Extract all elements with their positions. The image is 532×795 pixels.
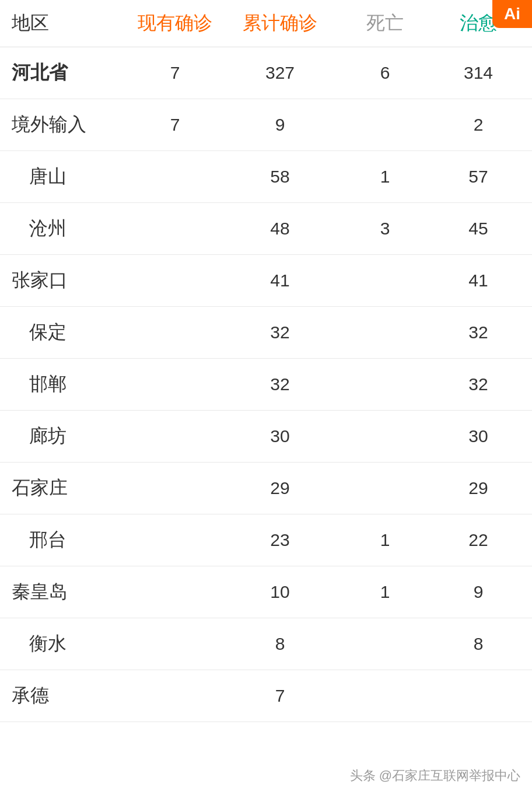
table-row: 廊坊 30 30 bbox=[0, 411, 532, 463]
cell-region: 唐山 bbox=[12, 164, 128, 190]
cell-total-confirmed: 58 bbox=[222, 167, 338, 187]
cell-recovered: 41 bbox=[432, 271, 525, 290]
cell-region: 邢台 bbox=[12, 527, 128, 553]
table-row: 衡水 8 8 bbox=[0, 618, 532, 670]
table-header: 地区 现有确诊 累计确诊 死亡 治愈 bbox=[0, 0, 532, 47]
watermark: 头条 @石家庄互联网举报中心 bbox=[350, 767, 520, 785]
cell-death: 3 bbox=[338, 219, 432, 239]
table-row: 石家庄 29 29 bbox=[0, 463, 532, 514]
ai-badge: Ai bbox=[492, 0, 532, 28]
cell-region: 张家口 bbox=[12, 268, 128, 293]
table-row: 承德 7 bbox=[0, 670, 532, 722]
cell-recovered: 314 bbox=[432, 63, 525, 83]
table-body: 河北省 7 327 6 314 境外输入 7 9 2 唐山 58 1 57 沧州… bbox=[0, 47, 532, 722]
cell-total-confirmed: 10 bbox=[222, 582, 338, 602]
cell-region: 衡水 bbox=[12, 631, 128, 657]
cell-current-confirmed: 7 bbox=[128, 115, 222, 135]
table-row: 张家口 41 41 bbox=[0, 255, 532, 307]
header-region: 地区 bbox=[12, 10, 128, 36]
table-row: 河北省 7 327 6 314 bbox=[0, 47, 532, 99]
cell-total-confirmed: 32 bbox=[222, 374, 338, 394]
cell-recovered: 45 bbox=[432, 219, 525, 239]
cell-total-confirmed: 7 bbox=[222, 686, 338, 706]
cell-region: 秦皇岛 bbox=[12, 579, 128, 605]
cell-region: 廊坊 bbox=[12, 423, 128, 449]
cell-recovered: 30 bbox=[432, 426, 525, 446]
table-row: 秦皇岛 10 1 9 bbox=[0, 566, 532, 618]
cell-recovered: 9 bbox=[432, 582, 525, 602]
cell-death: 1 bbox=[338, 530, 432, 550]
cell-recovered: 32 bbox=[432, 374, 525, 394]
cell-current-confirmed: 7 bbox=[128, 63, 222, 83]
table-row: 境外输入 7 9 2 bbox=[0, 99, 532, 151]
cell-total-confirmed: 8 bbox=[222, 634, 338, 654]
table-row: 沧州 48 3 45 bbox=[0, 203, 532, 255]
cell-total-confirmed: 29 bbox=[222, 478, 338, 498]
cell-total-confirmed: 41 bbox=[222, 271, 338, 290]
cell-region: 石家庄 bbox=[12, 475, 128, 501]
cell-total-confirmed: 9 bbox=[222, 115, 338, 135]
cell-death: 1 bbox=[338, 582, 432, 602]
cell-region: 境外输入 bbox=[12, 112, 128, 138]
cell-recovered: 2 bbox=[432, 115, 525, 135]
covid-table: 地区 现有确诊 累计确诊 死亡 治愈 河北省 7 327 6 314 境外输入 … bbox=[0, 0, 532, 722]
table-row: 邢台 23 1 22 bbox=[0, 514, 532, 566]
cell-region: 河北省 bbox=[12, 60, 128, 86]
cell-death: 6 bbox=[338, 63, 432, 83]
cell-recovered: 8 bbox=[432, 634, 525, 654]
cell-region: 承德 bbox=[12, 683, 128, 709]
cell-region: 沧州 bbox=[12, 216, 128, 241]
table-row: 保定 32 32 bbox=[0, 307, 532, 359]
cell-total-confirmed: 23 bbox=[222, 530, 338, 550]
cell-recovered: 22 bbox=[432, 530, 525, 550]
table-row: 唐山 58 1 57 bbox=[0, 151, 532, 203]
table-row: 邯郸 32 32 bbox=[0, 359, 532, 411]
cell-total-confirmed: 48 bbox=[222, 219, 338, 239]
cell-death: 1 bbox=[338, 167, 432, 187]
cell-region: 邯郸 bbox=[12, 372, 128, 397]
cell-recovered: 57 bbox=[432, 167, 525, 187]
cell-region: 保定 bbox=[12, 320, 128, 345]
cell-total-confirmed: 30 bbox=[222, 426, 338, 446]
header-current-confirmed: 现有确诊 bbox=[128, 10, 222, 36]
cell-total-confirmed: 32 bbox=[222, 323, 338, 342]
cell-total-confirmed: 327 bbox=[222, 63, 338, 83]
header-death: 死亡 bbox=[338, 10, 432, 36]
header-total-confirmed: 累计确诊 bbox=[222, 10, 338, 36]
cell-recovered: 29 bbox=[432, 478, 525, 498]
cell-recovered: 32 bbox=[432, 323, 525, 342]
